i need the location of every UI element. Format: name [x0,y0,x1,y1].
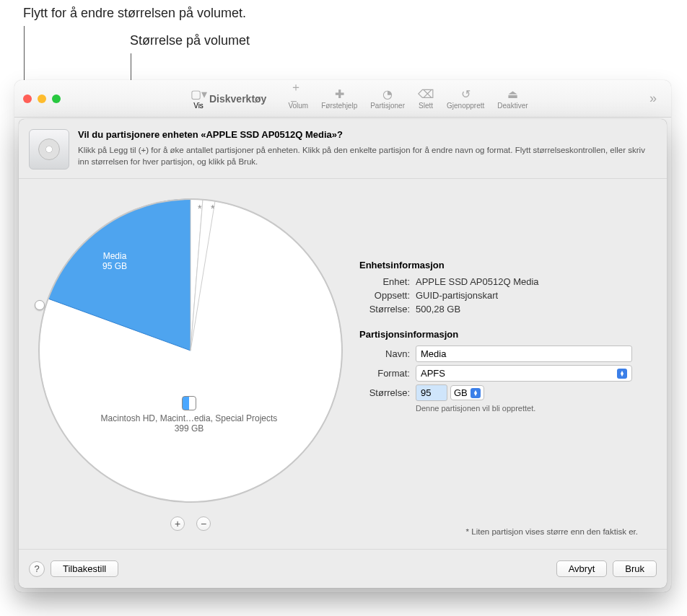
size-total-label: Størrelse: [359,304,410,314]
finder-icon [182,396,196,410]
size-unit-select[interactable]: GB ▴▾ [450,385,484,400]
traffic-lights [23,94,61,103]
partition-icon: ◔ [380,87,395,100]
titlebar: ▢▾ Vis Diskverktøy ＋− Volum ✚ Førstehjel… [14,80,671,118]
partition-pie[interactable]: * * Media 95 GB Macintosh HD, Macint…edi… [30,190,351,511]
toolbar-erase-label: Slett [419,102,433,110]
sheet-subtitle: Klikk på Legg til (+) for å øke antallet… [78,144,657,167]
chevron-updown-icon: ▴▾ [617,369,627,379]
footnote: * Liten partisjon vises større enn den f… [466,527,638,536]
toolbar-partition[interactable]: ◔ Partisjoner [370,87,405,110]
cancel-button[interactable]: Avbryt [556,560,608,577]
app-title: Diskverktøy [209,93,266,105]
close-button[interactable] [23,94,32,103]
device-info-heading: Enhetsinformasjon [359,260,655,270]
sidebar-icon: ▢▾ [191,87,206,100]
toolbar-firstaid-label: Førstehjelp [321,102,357,110]
device-label: Enhet: [359,276,410,287]
format-label: Format: [359,368,410,379]
erase-icon: ⌫ [418,87,434,100]
sheet-footer: ? Tilbakestill Avbryt Bruk [19,549,667,588]
plus-minus-icon: ＋− [290,87,306,100]
callout-size: Størrelse på volumet [130,33,250,48]
toolbar-restore[interactable]: ↺ Gjenopprett [447,87,484,110]
device-value: APPLE SSD AP0512Q Media [416,276,539,287]
toolbar-volume-label: Volum [288,102,308,110]
size-total-value: 500,28 GB [416,304,460,314]
size-label: Størrelse: [359,387,410,398]
help-button[interactable]: ? [29,561,45,577]
toolbar-deactivate[interactable]: ⏏ Deaktiver [497,87,528,110]
resize-handle[interactable] [35,300,45,310]
format-value: APFS [421,368,445,379]
apply-button[interactable]: Bruk [613,560,657,577]
toolbar-restore-label: Gjenopprett [447,102,484,110]
size-unit-value: GB [454,387,468,398]
reset-button[interactable]: Tilbakestill [51,560,118,577]
toolbar-partition-label: Partisjoner [370,102,405,110]
toolbar-view[interactable]: ▢▾ Vis [191,87,206,110]
partition-info-heading: Partisjonsinformasjon [359,329,655,340]
toolbar-firstaid[interactable]: ✚ Førstehjelp [321,87,357,110]
toolbar-view-label: Vis [193,102,204,110]
toolbar-erase[interactable]: ⌫ Slett [418,87,434,110]
drive-icon [29,129,69,170]
name-input[interactable] [416,346,632,362]
sheet-header: Vil du partisjonere enheten «APPLE SSD A… [19,119,667,179]
eject-icon: ⏏ [504,87,520,100]
partition-hint: Denne partisjonen vil bli opprettet. [416,404,655,413]
add-partition-button[interactable]: + [170,516,185,531]
toolbar-deactivate-label: Deaktiver [497,102,528,110]
slice-label-main: Macintosh HD, Macint…edia, Special Proje… [88,396,290,434]
restore-icon: ↺ [458,87,473,100]
remove-partition-button[interactable]: − [196,516,211,531]
format-select[interactable]: APFS ▴▾ [416,365,632,382]
size-input[interactable] [416,384,447,401]
layout-value: GUID-partisjonskart [416,290,498,301]
slice-label-media: Media 95 GB [102,251,127,271]
overflow-icon[interactable]: » [644,91,662,106]
small-slice-marker: * [211,203,214,214]
chevron-updown-icon: ▴▾ [471,388,481,398]
small-slice-marker: * [198,203,201,214]
minimize-button[interactable] [38,94,46,103]
sheet-title: Vil du partisjonere enheten «APPLE SSD A… [78,129,657,140]
callout-drag: Flytt for å endre størrelsen på volumet. [23,6,246,21]
layout-label: Oppsett: [359,290,410,301]
name-label: Navn: [359,348,410,359]
toolbar-volume[interactable]: ＋− Volum [288,87,308,110]
partition-sheet: Vil du partisjonere enheten «APPLE SSD A… [19,119,667,588]
firstaid-icon: ✚ [331,87,347,100]
maximize-button[interactable] [52,94,61,103]
